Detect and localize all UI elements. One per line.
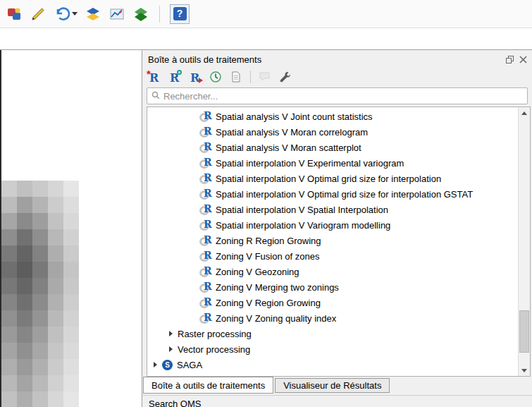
tree-item-label: Zoning R Region Growing <box>216 236 321 246</box>
expand-arrow-icon[interactable] <box>169 346 173 352</box>
tree-group-saga[interactable]: SAGA <box>147 357 530 372</box>
tree-item-r-script[interactable]: Spatial interpolation V Variogram modell… <box>147 217 530 233</box>
r-logo-icon <box>199 297 212 308</box>
tree-item-label: Zoning V Geozoning <box>216 267 299 277</box>
algorithm-tree: Spatial analysis V Joint count statistic… <box>147 107 531 377</box>
r-logo-icon <box>199 142 212 153</box>
tree-item-r-script[interactable]: Zoning V Zoning quality index <box>147 310 530 326</box>
tree-item-r-script[interactable]: Spatial interpolation V Experimental var… <box>147 155 530 171</box>
tree-item-r-script[interactable]: Spatial interpolation V Optimal grid siz… <box>147 171 530 186</box>
search-input[interactable] <box>163 91 523 102</box>
tree-group-raster-processing[interactable]: Raster processing <box>147 326 530 341</box>
panel-title-bar: Boîte à outils de traitements <box>142 50 532 67</box>
tree-item-r-script[interactable]: Spatial analysis V Moran scatterplot <box>147 140 530 155</box>
scroll-up-button[interactable] <box>519 107 530 119</box>
new-r-script-icon[interactable] <box>147 69 162 85</box>
tree-item-r-script[interactable]: Spatial analysis V Joint count statistic… <box>147 109 530 124</box>
r-logo-icon <box>199 173 212 184</box>
help-icon[interactable] <box>170 4 190 24</box>
undo-icon[interactable] <box>54 6 70 23</box>
tree-item-label: Spatial analysis V Joint count statistic… <box>216 111 373 122</box>
r-logo-icon <box>199 204 212 215</box>
panel-tab-strip: Boîte à outils de traitements Visualiseu… <box>142 377 532 395</box>
tree-items: Spatial analysis V Joint count statistic… <box>147 107 530 372</box>
saga-layers-icon[interactable] <box>85 6 101 23</box>
tree-group-vector-processing[interactable]: Vector processing <box>147 341 530 357</box>
close-panel-icon[interactable] <box>518 54 528 64</box>
log-icon[interactable] <box>228 69 244 85</box>
main-toolbar <box>0 0 532 28</box>
saga-icon <box>162 360 173 370</box>
grass-icon[interactable] <box>132 6 149 23</box>
tree-item-r-script[interactable]: Zoning V Region Growing <box>147 295 530 310</box>
tree-item-r-script[interactable]: Spatial interpolation V Spatial Interpol… <box>147 202 530 217</box>
tree-item-label: Spatial interpolation V Experimental var… <box>216 158 404 169</box>
tree-item-r-script[interactable]: Zoning V Geozoning <box>147 264 530 279</box>
comment-icon[interactable] <box>257 69 273 85</box>
r-logo-icon <box>199 188 212 200</box>
tree-item-label: Spatial interpolation V Spatial Interpol… <box>216 205 388 215</box>
tree-item-label: Zoning V Merging two zonings <box>216 282 339 293</box>
tree-item-r-script[interactable]: Zoning V Merging two zonings <box>147 279 530 295</box>
tree-group-label: Vector processing <box>178 344 250 355</box>
tab-results-viewer[interactable]: Visualiseur de Résultats <box>275 378 390 393</box>
processing-toolbox-panel: Boîte à outils de traitements <box>142 50 532 407</box>
arrow-down-icon <box>521 369 527 372</box>
tree-group-label: SAGA <box>177 360 202 370</box>
map-canvas[interactable] <box>0 50 142 407</box>
tree-item-r-script[interactable]: Zoning R Region Growing <box>147 233 530 248</box>
expand-arrow-icon[interactable] <box>169 331 173 336</box>
tree-item-label: Zoning V Zoning quality index <box>216 313 336 324</box>
search-qms-panel-title: Search QMS <box>149 399 201 407</box>
map-preview <box>1 181 79 407</box>
tree-group-label: Raster processing <box>178 329 252 339</box>
scroll-down-button[interactable] <box>519 365 530 376</box>
processing-icon[interactable] <box>6 6 23 23</box>
tree-item-label: Spatial analysis V Moran scatterplot <box>216 142 361 153</box>
toolbar-separator <box>159 6 160 23</box>
r-logo-icon <box>199 312 212 324</box>
r-logo-icon <box>199 157 212 169</box>
r-logo-icon <box>199 126 212 138</box>
save-r-script-icon[interactable] <box>187 69 203 85</box>
r-logo-icon <box>199 250 212 262</box>
tree-item-label: Spatial interpolation V Optimal grid siz… <box>216 189 473 200</box>
expand-arrow-icon[interactable] <box>154 362 157 367</box>
tree-item-r-script[interactable]: Spatial interpolation V Optimal grid siz… <box>147 186 530 202</box>
history-icon[interactable] <box>208 69 223 85</box>
tree-item-r-script[interactable]: Zoning V Fusion of zones <box>147 248 530 264</box>
profile-map-icon[interactable] <box>109 6 125 23</box>
tree-item-r-script[interactable]: Spatial analysis V Moran correlogram <box>147 124 530 140</box>
tab-toolbox[interactable]: Boîte à outils de traitements <box>143 377 273 394</box>
search-qms-panel-header: Search QMS <box>142 395 532 407</box>
search-icon <box>151 91 160 102</box>
r-logo-icon <box>199 266 212 277</box>
scrollbar-track[interactable] <box>519 119 530 365</box>
options-icon[interactable] <box>278 69 293 85</box>
panel-title: Boîte à outils de traitements <box>148 54 261 65</box>
panel-toolbar-separator <box>250 71 251 83</box>
empty-toolbar-row <box>0 29 532 49</box>
scrollbar-thumb[interactable] <box>519 310 529 352</box>
pen-digitize-icon[interactable] <box>30 6 47 23</box>
tree-item-label: Spatial analysis V Moran correlogram <box>216 127 368 138</box>
processing-panel-toolbar <box>142 67 532 87</box>
tree-item-label: Zoning V Fusion of zones <box>216 251 319 262</box>
tree-item-label: Zoning V Region Growing <box>216 298 321 308</box>
arrow-up-icon <box>521 111 527 115</box>
tree-scrollbar[interactable] <box>518 107 530 376</box>
undo-dropdown-arrow-icon[interactable] <box>72 12 78 16</box>
r-logo-icon <box>199 111 212 122</box>
tree-item-label: Spatial interpolation V Variogram modell… <box>216 220 390 231</box>
r-logo-icon <box>199 219 212 231</box>
r-logo-icon <box>199 235 212 246</box>
r-logo-icon <box>199 281 212 293</box>
question-mark-icon <box>173 7 187 20</box>
search-box <box>147 87 528 104</box>
float-panel-icon[interactable] <box>505 54 514 64</box>
tree-item-label: Spatial interpolation V Optimal grid siz… <box>216 174 441 184</box>
open-r-script-icon[interactable] <box>167 69 183 85</box>
